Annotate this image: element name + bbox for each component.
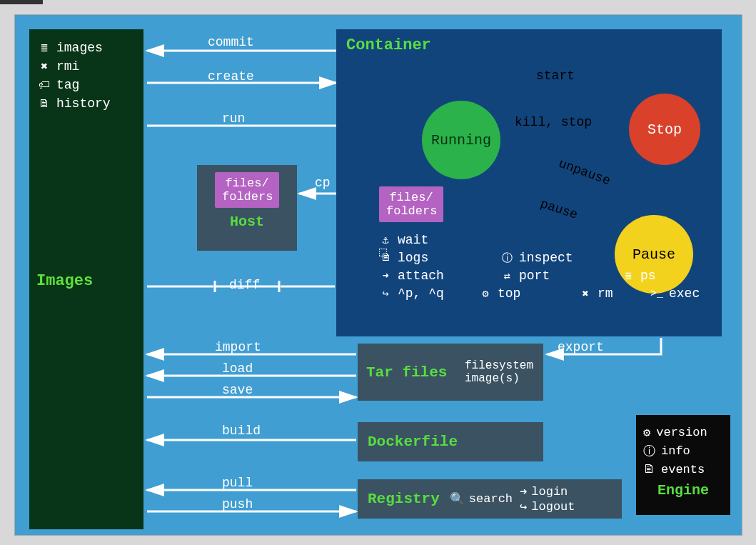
arrow-run: run: [222, 111, 245, 126]
gears-icon: ⚙: [479, 287, 492, 301]
registry-panel: Registry 🔍search ➜login ↪logout: [358, 479, 622, 519]
host-title: Host: [197, 214, 297, 230]
cmd-exec: >_exec: [650, 286, 707, 301]
label: ^p, ^q: [398, 286, 444, 301]
label: Running: [431, 132, 491, 149]
label: exec: [669, 286, 700, 301]
doc-icon: 🗎: [643, 462, 655, 476]
arrow-commit: commit: [208, 35, 254, 49]
cmd-version: ⚙version: [643, 425, 723, 440]
engine-panel: ⚙version ⓘinfo 🗎events Engine: [636, 415, 730, 515]
state-stop: Stop: [629, 94, 700, 165]
arrow-kill-stop: kill, stop: [515, 115, 592, 129]
cmd-images: ≣images: [38, 41, 135, 55]
cmd-rmi: ✖rmi: [38, 59, 135, 74]
cmd-port: ⇄port: [500, 269, 608, 283]
arrow-pull: pull: [222, 476, 253, 490]
label: history: [56, 96, 111, 111]
label: login: [531, 485, 568, 499]
diagram-canvas: ≣images ✖rmi 🏷tag 🗎history Images files/…: [14, 14, 742, 536]
cmd-wait: ⚓wait: [379, 233, 486, 247]
arrow-start: start: [536, 69, 575, 83]
login-icon: ➜: [520, 484, 527, 499]
container-panel: Container Running Stop Pause files/ fold…: [336, 29, 722, 336]
arrow-import: import: [215, 340, 261, 354]
container-files-box: files/ folders: [379, 186, 443, 222]
cmd-info: ⓘinfo: [643, 443, 723, 459]
label: images: [56, 41, 103, 55]
gear-icon: ⚙: [643, 425, 650, 440]
cmd-detach: ↪^p, ^q: [379, 286, 465, 301]
label: ps: [640, 269, 656, 283]
tar-images: image(s): [465, 372, 533, 385]
cmd-rm: ✖rm: [579, 286, 636, 301]
images-title: Images: [36, 272, 93, 290]
label: rm: [598, 286, 613, 301]
arrow-save: save: [222, 383, 253, 397]
logout-icon: ↪: [520, 499, 527, 514]
label: logout: [531, 500, 575, 514]
tar-title: Tar files: [366, 364, 447, 381]
cmd-events: 🗎events: [643, 462, 723, 476]
arrow-cp: cp: [315, 176, 331, 190]
dockerfile-panel: Dockerfile: [358, 422, 543, 461]
arrow-push: push: [222, 497, 253, 511]
tar-rows: filesystem image(s): [465, 355, 543, 389]
label: info: [661, 444, 690, 458]
tar-filesystem: filesystem: [465, 359, 533, 372]
label: inspect: [519, 251, 573, 265]
host-panel: files/ folders Host: [197, 165, 297, 251]
registry-title: Registry: [368, 491, 440, 507]
label: logs: [398, 251, 428, 265]
x-icon: ✖: [38, 59, 51, 74]
label: top: [498, 286, 520, 301]
cmd-ps: ≣ps: [622, 269, 693, 283]
x-icon: ✖: [579, 287, 592, 301]
tar-panel: Tar files filesystem image(s): [358, 344, 543, 401]
info-icon: ⓘ: [500, 251, 513, 265]
dockerfile-title: Dockerfile: [368, 434, 458, 450]
cursor-icon: ⬚: [379, 244, 387, 259]
label: rmi: [56, 59, 79, 74]
cmd-inspect: ⓘinspect: [500, 251, 608, 265]
logout-icon: ↪: [379, 287, 392, 301]
label: port: [519, 269, 550, 283]
label: Stop: [647, 121, 682, 138]
list-icon: ≣: [38, 41, 51, 55]
label: files/ folders: [386, 191, 437, 218]
label: version: [656, 426, 707, 439]
arrow-export: export: [558, 340, 604, 354]
cmd-top: ⚙top: [479, 286, 565, 301]
cmd-login: ➜login: [520, 484, 575, 499]
info-icon: ⓘ: [643, 443, 655, 459]
engine-title: Engine: [643, 482, 723, 499]
cmd-search: 🔍search: [450, 491, 513, 506]
search-icon: 🔍: [450, 491, 465, 506]
doc-icon: 🗎: [38, 97, 51, 111]
state-running: Running: [422, 101, 500, 179]
arrow-diff: diff: [229, 278, 260, 292]
images-panel: ≣images ✖rmi 🏷tag 🗎history Images: [29, 29, 143, 529]
container-command-grid: ⚓wait 🗎logs ⓘinspect ➜attach ⇄port ≣ps ↪…: [379, 229, 707, 304]
host-files-box: files/ folders: [215, 172, 279, 208]
label: tag: [56, 78, 79, 92]
cmd-history: 🗎history: [38, 96, 135, 111]
cmd-attach: ➜attach: [379, 269, 486, 283]
label: files/ folders: [222, 176, 273, 204]
label: attach: [398, 269, 444, 283]
container-title: Container: [346, 36, 712, 54]
cmd-tag: 🏷tag: [38, 78, 135, 92]
arrow-load: load: [222, 361, 253, 376]
window-topbar: [0, 0, 43, 4]
arrow-create: create: [208, 69, 254, 84]
swap-icon: ⇄: [500, 269, 513, 283]
arrow-build: build: [222, 424, 261, 438]
label: search: [469, 492, 513, 506]
list-icon: ≣: [622, 269, 635, 283]
cmd-logs: 🗎logs: [379, 251, 486, 265]
label: events: [661, 463, 705, 476]
terminal-icon: >_: [650, 288, 663, 300]
label: wait: [398, 233, 428, 247]
login-icon: ➜: [379, 269, 392, 283]
tag-icon: 🏷: [38, 79, 51, 92]
